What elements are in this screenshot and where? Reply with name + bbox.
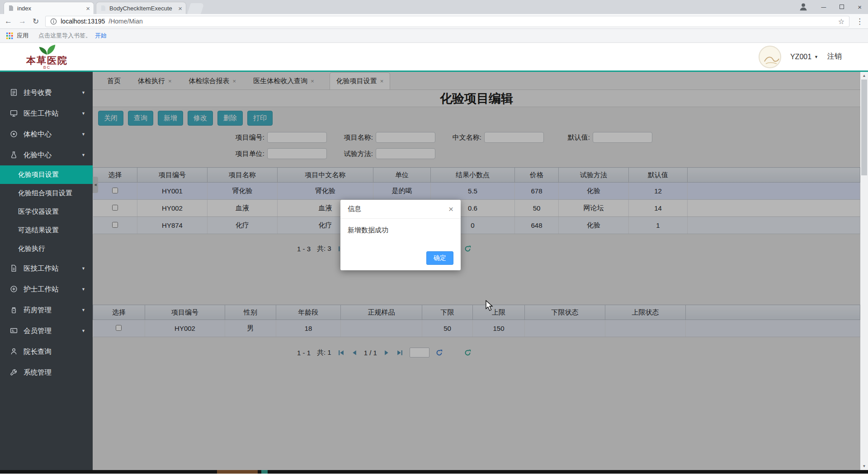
sidebar-item-label: 医技工作站 xyxy=(24,264,59,273)
logout-link[interactable]: 注销 xyxy=(827,52,842,61)
minimize-button[interactable]: ─ xyxy=(821,4,826,10)
apps-shortcut[interactable]: 应用 xyxy=(17,32,28,40)
chevron-down-icon: ▼ xyxy=(81,287,85,292)
url-path: /Home/Mian xyxy=(108,18,142,25)
username-dropdown[interactable]: YZ001 ▼ xyxy=(790,53,818,61)
sidebar-subitem-label: 医学仪器设置 xyxy=(18,207,59,216)
browser-menu-icon[interactable]: ⋮ xyxy=(856,17,863,26)
page-scrollbar[interactable]: ▲ ▼ xyxy=(860,72,868,470)
cross-circle-icon xyxy=(10,285,18,293)
browser-tab-title: BodyCheckItemExecute xyxy=(109,5,175,12)
import-bookmarks-hint: 点击这里导入书签。 xyxy=(38,32,91,40)
app-header: 本草医院 BC YZ001 ▼ 注销 xyxy=(0,43,868,72)
sidebar-item-pharmacy-management[interactable]: 药房管理 ▼ xyxy=(0,300,93,320)
chevron-down-icon: ▼ xyxy=(81,329,85,333)
clipboard-icon xyxy=(10,89,18,97)
address-bar[interactable]: localhost:13195/Home/Mian ☆ xyxy=(45,16,849,27)
sidebar-item-director-query[interactable]: 院长查询 xyxy=(0,341,93,362)
sidebar-item-physical-exam-center[interactable]: 体检中心 ▼ xyxy=(0,124,93,145)
dialog-title: 信息 xyxy=(348,205,361,213)
medicine-bottle-icon xyxy=(10,306,18,314)
taskbar-item xyxy=(217,470,258,474)
scrollbar-thumb[interactable] xyxy=(861,80,867,175)
sidebar-item-doctor-workstation[interactable]: 医生工作站 ▼ xyxy=(0,103,93,124)
page-favicon-icon xyxy=(100,5,106,11)
chevron-down-icon: ▼ xyxy=(814,55,818,59)
chevron-down-icon: ▼ xyxy=(81,153,85,157)
scroll-up-icon[interactable]: ▲ xyxy=(860,72,868,80)
sidebar-subitem-label: 可选结果设置 xyxy=(18,226,59,235)
sidebar: 挂号收费 ▼ 医生工作站 ▼ 体检中心 ▼ 化验中心 ▼ 化验项目设置 xyxy=(0,72,93,470)
sidebar-subitem-label: 化验组合项目设置 xyxy=(18,189,72,198)
sidebar-subitem-label: 化验项目设置 xyxy=(18,170,59,179)
document-icon xyxy=(10,264,18,273)
maximize-button[interactable] xyxy=(840,5,844,9)
close-icon[interactable]: × xyxy=(178,5,182,12)
reload-icon[interactable]: ↻ xyxy=(33,17,39,26)
sidebar-item-label: 院长查询 xyxy=(24,347,52,357)
sidebar-subitem-lab-combo-setting[interactable]: 化验组合项目设置 xyxy=(0,184,93,202)
chevron-down-icon: ▼ xyxy=(81,111,85,116)
card-icon xyxy=(10,327,18,335)
hospital-logo: 本草医院 BC xyxy=(26,43,68,70)
apps-grid-icon[interactable] xyxy=(6,33,13,39)
sidebar-item-label: 化验中心 xyxy=(24,150,52,160)
avatar[interactable] xyxy=(759,46,781,68)
taskbar-item xyxy=(261,470,268,474)
user-zone: YZ001 ▼ 注销 xyxy=(759,46,842,68)
browser-tabstrip: index × BodyCheckItemExecute × ─ × xyxy=(0,0,868,14)
info-icon[interactable] xyxy=(50,18,57,25)
sidebar-subitem-lab-execute[interactable]: 化验执行 xyxy=(0,240,93,258)
browser-tab-index[interactable]: index × xyxy=(4,2,94,14)
chevron-down-icon: ▼ xyxy=(81,266,85,271)
profile-icon[interactable] xyxy=(799,2,808,11)
bookmark-star-icon[interactable]: ☆ xyxy=(838,17,844,26)
sidebar-item-nurse-workstation[interactable]: 护士工作站 ▼ xyxy=(0,279,93,300)
wrench-icon xyxy=(10,368,18,376)
scroll-down-icon[interactable]: ▼ xyxy=(860,462,868,470)
sidebar-subitem-medical-instrument-setting[interactable]: 医学仪器设置 xyxy=(0,202,93,221)
person-icon xyxy=(10,348,18,356)
flask-icon xyxy=(10,151,18,159)
hospital-name-abbr: BC xyxy=(43,66,51,70)
dialog-header: 信息 × xyxy=(340,200,461,219)
sidebar-item-label: 药房管理 xyxy=(24,306,52,315)
sidebar-item-system-management[interactable]: 系统管理 xyxy=(0,362,93,383)
main-content: 首页 体检执行 × 体检综合报表 × 医生体检收入查询 × 化验项目设置 × xyxy=(93,72,860,470)
sidebar-item-member-management[interactable]: 会员管理 ▼ xyxy=(0,320,93,341)
browser-tab-title: index xyxy=(17,5,83,12)
close-icon[interactable]: × xyxy=(86,5,90,12)
chevron-down-icon: ▼ xyxy=(81,308,85,312)
sidebar-subitem-label: 化验执行 xyxy=(18,245,45,253)
sidebar-item-medtech-workstation[interactable]: 医技工作站 ▼ xyxy=(0,258,93,279)
scrollbar-track[interactable] xyxy=(860,80,868,462)
sidebar-item-label: 系统管理 xyxy=(24,368,52,377)
sidebar-subitem-optional-result-setting[interactable]: 可选结果设置 xyxy=(0,221,93,240)
ok-button[interactable]: 确定 xyxy=(426,251,453,265)
page-favicon-icon xyxy=(8,5,14,11)
leaf-icon xyxy=(37,43,57,56)
modal-mask xyxy=(93,72,860,470)
back-icon[interactable]: ← xyxy=(5,17,12,26)
forward-icon[interactable]: → xyxy=(19,17,26,26)
window-controls: ─ × xyxy=(799,2,862,11)
import-bookmarks-start-link[interactable]: 开始 xyxy=(95,32,107,40)
sidebar-item-label: 挂号收费 xyxy=(24,88,52,98)
hospital-name: 本草医院 xyxy=(26,56,68,66)
sidebar-item-label: 护士工作站 xyxy=(24,285,59,294)
chevron-down-icon: ▼ xyxy=(81,90,85,95)
url-host: localhost:13195 xyxy=(61,18,105,25)
close-window-button[interactable]: × xyxy=(858,4,862,10)
monitor-icon xyxy=(10,109,18,118)
close-icon[interactable]: × xyxy=(448,204,453,214)
taskbar-sliver xyxy=(0,470,868,474)
message-dialog: 信息 × 新增数据成功 确定 xyxy=(340,200,461,270)
sidebar-subitem-lab-item-setting[interactable]: 化验项目设置 xyxy=(0,165,93,184)
bookmarks-bar: 应用 点击这里导入书签。 开始 xyxy=(0,29,868,43)
browser-tab-bodycheck[interactable]: BodyCheckItemExecute × xyxy=(96,2,186,14)
sidebar-item-lab-center[interactable]: 化验中心 ▼ xyxy=(0,145,93,165)
sidebar-item-label: 医生工作站 xyxy=(24,109,59,118)
new-tab-button[interactable] xyxy=(187,3,204,14)
target-icon xyxy=(10,130,18,138)
sidebar-item-registration-fees[interactable]: 挂号收费 ▼ xyxy=(0,82,93,103)
